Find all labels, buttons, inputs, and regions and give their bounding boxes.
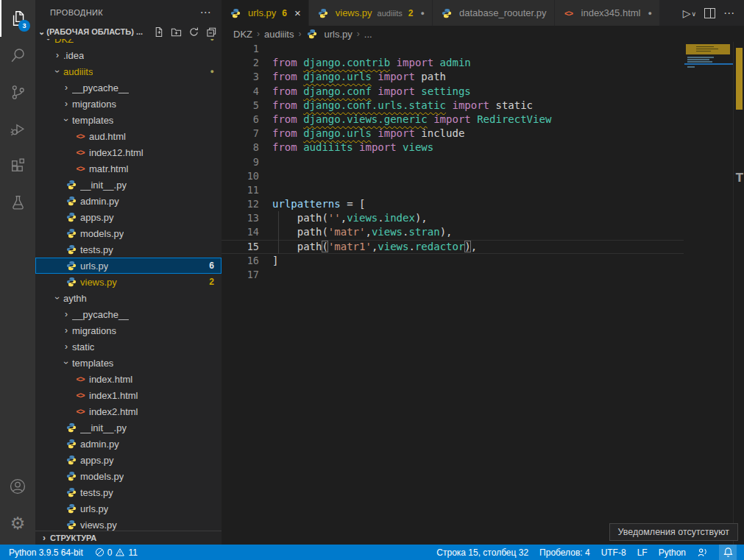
new-folder-icon[interactable] (171, 26, 182, 38)
code-line-13[interactable]: 13 path('',views.index), (222, 211, 744, 225)
new-file-icon[interactable] (153, 26, 164, 38)
refresh-icon[interactable] (188, 26, 199, 38)
code-token: import (372, 127, 421, 139)
line-content: path('matr1',views.redactor), (272, 240, 477, 254)
collapse-all-icon[interactable] (206, 26, 217, 38)
code-editor[interactable]: 12from django.contrib import admin3from … (222, 42, 744, 545)
status-item[interactable]: UTF-8 (601, 547, 626, 558)
chevron-expanded-icon: › (52, 292, 63, 304)
tree-item-models.py[interactable]: models.py (35, 225, 222, 241)
tree-item-matr.html[interactable]: <>matr.html (35, 160, 222, 177)
tree-item-admin.py[interactable]: admin.py (35, 436, 222, 452)
minimap[interactable] (684, 42, 734, 545)
code-line-10[interactable]: 10 (222, 169, 744, 183)
code-line-11[interactable]: 11 (222, 183, 744, 197)
activity-item-source-control[interactable] (0, 74, 35, 110)
tree-item-admin.py[interactable]: admin.py (35, 193, 222, 209)
tree-item-index1.html[interactable]: <>index1.html (35, 387, 222, 403)
tree-item-templates[interactable]: ›templates (35, 355, 222, 371)
code-line-7[interactable]: 7from django.urls import include (222, 127, 744, 141)
tree-item-index2.html[interactable]: <>index2.html (35, 403, 222, 419)
code-line-6[interactable]: 6from django.views.generic import Redire… (222, 113, 744, 127)
activity-item-extensions[interactable] (0, 147, 35, 184)
code-line-17[interactable]: 17 (222, 268, 744, 282)
code-token: import (446, 99, 495, 111)
tree-item-tests.py[interactable]: tests.py (35, 484, 222, 500)
tree-item-__pycache__[interactable]: ›__pycache__ (35, 306, 222, 322)
line-number: 17 (222, 268, 259, 282)
tree-item-aythh[interactable]: ›aythh (35, 290, 222, 306)
breadcrumb-item-DKZ[interactable]: DKZ (233, 29, 252, 40)
tree-item-__init__.py[interactable]: __init__.py (35, 177, 222, 193)
editor-more-actions-icon[interactable]: ⋯ (723, 7, 735, 20)
status-item[interactable]: LF (637, 547, 648, 558)
breadcrumb-item-audiiits[interactable]: audiiits (264, 29, 294, 40)
run-debug-icon (9, 120, 27, 138)
code-line-16[interactable]: 16] (222, 254, 744, 268)
breadcrumb-item-urls.py[interactable]: urls.py (305, 29, 352, 40)
tree-item-.idea[interactable]: ›.idea (35, 47, 222, 63)
tab-urls.py[interactable]: urls.py6× (222, 0, 309, 26)
activity-item-run-debug[interactable] (0, 110, 35, 147)
tree-item-__init__.py[interactable]: __init__.py (35, 419, 222, 436)
breadcrumb-separator-icon: › (257, 29, 260, 39)
code-token: . (408, 241, 414, 252)
close-icon[interactable]: × (294, 7, 301, 19)
tree-item-DKZ[interactable]: ›DKZ● (35, 39, 222, 47)
tree-item-index12.html[interactable]: <>index12.html (35, 144, 222, 160)
code-line-3[interactable]: 3from django.urls import path (222, 70, 744, 84)
tree-item-tests.py[interactable]: tests.py (35, 241, 222, 258)
tab-database_roouter.py[interactable]: database_roouter.py (433, 0, 555, 26)
tree-item-models.py[interactable]: models.py (35, 468, 222, 484)
tree-item-apps.py[interactable]: apps.py (35, 209, 222, 225)
code-token: index (384, 212, 415, 224)
tree-item-audiiits[interactable]: ›audiiits● (35, 63, 222, 79)
python-interpreter-status[interactable]: Python 3.9.5 64-bit (9, 547, 83, 558)
sidebar-more-actions-icon[interactable]: ⋯ (200, 6, 211, 19)
chevron-expanded-icon: › (52, 65, 63, 77)
code-line-12[interactable]: 12urlpatterns = [ (222, 197, 744, 211)
code-line-9[interactable]: 9 (222, 155, 744, 169)
tree-item-static[interactable]: ›static (35, 339, 222, 355)
run-button[interactable]: ▷∨ (683, 7, 696, 19)
tree-item-migrations[interactable]: ›migrations (35, 96, 222, 112)
breadcrumb-item-...[interactable]: ... (364, 29, 372, 40)
minimap-line (687, 59, 709, 60)
code-line-4[interactable]: 4from django.conf import settings (222, 85, 744, 99)
status-item[interactable]: Python (659, 547, 686, 558)
outline-section-header[interactable]: › СТРУКТУРА (35, 531, 222, 545)
code-line-5[interactable]: 5from django.conf.urls.static import sta… (222, 99, 744, 113)
tab-index345.html[interactable]: <>index345.html● (555, 0, 660, 26)
split-editor-icon[interactable] (704, 8, 715, 18)
code-line-1[interactable]: 1 (222, 42, 744, 56)
activity-item-settings[interactable]: ⚙ (0, 505, 35, 542)
workspace-section-header[interactable]: ⌄ (РАБОЧАЯ ОБЛАСТЬ) ... (35, 24, 222, 39)
activity-item-testing[interactable] (0, 184, 35, 221)
status-item[interactable]: Строка 15, столбец 32 (436, 547, 528, 558)
tab-views.py[interactable]: views.pyaudiiits2● (309, 0, 433, 26)
code-line-2[interactable]: 2from django.contrib import admin (222, 56, 744, 70)
tree-item-aud.html[interactable]: <>aud.html (35, 128, 222, 144)
code-line-15[interactable]: 15 path('matr1',views.redactor), (222, 240, 684, 254)
scrollbar[interactable]: T (733, 42, 744, 545)
feedback-icon[interactable] (697, 547, 708, 558)
activity-item-account[interactable] (0, 468, 35, 505)
tree-item-migrations[interactable]: ›migrations (35, 322, 222, 339)
tree-item-label: apps.py (80, 212, 114, 223)
tree-item-views.py[interactable]: views.py (35, 517, 222, 531)
tree-item-urls.py[interactable]: urls.py (35, 500, 222, 517)
status-item[interactable]: Пробелов: 4 (539, 547, 590, 558)
tree-item-templates[interactable]: ›templates (35, 112, 222, 128)
tree-item-index.html[interactable]: <>index.html (35, 371, 222, 387)
code-line-14[interactable]: 14 path('matr',views.stran), (222, 225, 744, 239)
line-number: 3 (222, 70, 259, 84)
code-line-8[interactable]: 8from audiiits import views (222, 141, 744, 155)
tree-item-apps.py[interactable]: apps.py (35, 452, 222, 468)
activity-item-search[interactable] (0, 37, 35, 74)
tree-item-urls.py[interactable]: urls.py6 (35, 258, 222, 274)
tree-item-__pycache__[interactable]: ›__pycache__ (35, 79, 222, 96)
tree-item-views.py[interactable]: views.py2 (35, 274, 222, 290)
activity-item-explorer[interactable]: 3 (0, 0, 35, 37)
problems-status[interactable]: 0 11 (95, 547, 138, 558)
notifications-bell-button[interactable] (719, 545, 737, 560)
